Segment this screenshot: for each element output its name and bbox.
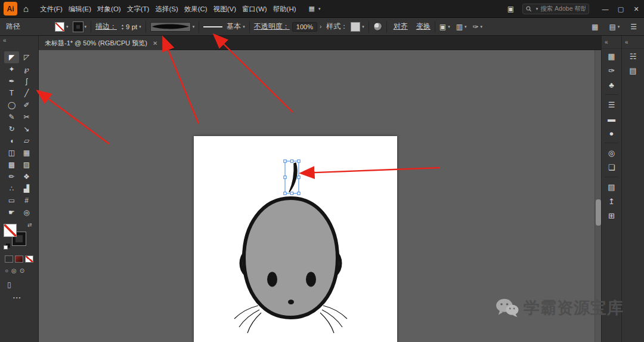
width-profile-label[interactable]: 基本 <box>227 21 241 32</box>
swap-fill-stroke-icon[interactable]: ⇄ <box>27 222 32 228</box>
scale-tool-button[interactable]: ↘ <box>19 123 34 135</box>
lasso-tool-button[interactable]: ℘ <box>19 63 34 75</box>
stroke-weight-value[interactable]: 9 pt <box>126 23 137 30</box>
mouse-head[interactable] <box>244 198 338 318</box>
gradient-panel-button[interactable]: ▬ <box>602 112 621 126</box>
blend-tool-button[interactable]: ❖ <box>19 171 34 183</box>
swatches-panel-button[interactable]: ▦ <box>602 49 621 63</box>
color-panel-button[interactable]: ● <box>602 126 621 140</box>
libraries-panel-button[interactable]: ▤ <box>622 63 644 78</box>
eyedropper-tool-button[interactable]: ✏ <box>4 171 19 183</box>
selection-handles[interactable] <box>284 160 300 195</box>
dock-expand-icon[interactable]: « <box>605 39 608 45</box>
maximize-button[interactable]: ▢ <box>613 0 628 18</box>
draw-behind-icon[interactable]: ◎ <box>11 267 17 274</box>
menu-select[interactable]: 选择(S) <box>152 0 181 18</box>
selection-bounding-box[interactable] <box>284 160 300 195</box>
fill-color-swatch[interactable] <box>55 22 64 32</box>
menu-object[interactable]: 对象(O) <box>94 0 124 18</box>
direct-selection-tool-button[interactable]: ◸ <box>19 51 34 63</box>
align-panel-link[interactable]: 对齐 <box>394 21 408 32</box>
brush-options-button[interactable]: ✑▾ <box>473 23 483 31</box>
selection-tool-button[interactable]: ◤ <box>4 51 19 63</box>
perspective-grid-tool-button[interactable]: ▦ <box>19 147 34 159</box>
ellipse-tool-button[interactable]: ◯ <box>4 99 19 111</box>
tab-close-icon[interactable]: ✕ <box>153 40 157 47</box>
symbol-sprayer-tool-button[interactable]: ∴ <box>4 183 19 195</box>
menu-type[interactable]: 文字(T) <box>124 0 153 18</box>
menu-effect[interactable]: 效果(C) <box>181 0 210 18</box>
artboard-tool-button[interactable]: ▭ <box>4 195 19 207</box>
links-panel-button[interactable]: ❏ <box>602 160 621 174</box>
menu-view[interactable]: 视图(V) <box>210 0 239 18</box>
pencil-tool-button[interactable]: ✎ <box>4 111 19 123</box>
stroke-weight-stepper[interactable]: ▴ ▾ <box>122 23 123 30</box>
hand-tool-button[interactable]: ☛ <box>4 207 19 218</box>
menu-file[interactable]: 文件(F) <box>37 0 66 18</box>
default-fill-stroke-icon[interactable] <box>4 244 11 250</box>
document-tab[interactable]: 未标题-1* @ 50% (RGB/CPU 预览) ✕ <box>39 36 164 50</box>
profile-chevron-icon[interactable]: ▾ <box>243 24 245 29</box>
menu-help[interactable]: 帮助(H) <box>270 0 299 18</box>
mouse-tail-shape[interactable] <box>289 163 297 192</box>
mouse-drawing[interactable] <box>194 136 397 342</box>
rotate-tool-button[interactable]: ↻ <box>4 123 19 135</box>
toolbar-collapse-icon[interactable]: « <box>3 37 7 44</box>
curvature-tool-button[interactable]: ʃ <box>19 75 34 87</box>
document-layout-button[interactable]: ▤▾ <box>609 23 620 31</box>
arrange-documents-icon[interactable]: ▦ <box>592 23 598 31</box>
stepper-down-icon[interactable]: ▾ <box>122 27 123 30</box>
mouse-eye-right[interactable] <box>306 272 316 287</box>
artboards-panel-button[interactable]: ⊞ <box>602 208 621 223</box>
slice-tool-button[interactable]: # <box>19 195 34 207</box>
opacity-expand-icon[interactable]: › <box>320 23 321 30</box>
app-logo-icon[interactable]: Ai <box>4 2 17 16</box>
brushes-panel-button[interactable]: ✑ <box>602 63 621 78</box>
mouse-eye-left[interactable] <box>267 272 277 287</box>
stroke-panel-link[interactable]: 描边： <box>95 21 117 32</box>
fill-indicator[interactable] <box>4 224 17 237</box>
type-tool-button[interactable]: T <box>4 87 19 99</box>
pen-tool-button[interactable]: ✒ <box>4 75 19 87</box>
recolor-artwork-icon[interactable] <box>373 22 382 31</box>
search-box[interactable]: ▾ 搜索 Adobe 帮助 <box>522 4 589 14</box>
mesh-tool-button[interactable]: ▩ <box>4 159 19 171</box>
width-tool-button[interactable]: ◖ <box>4 135 19 147</box>
none-button[interactable] <box>25 255 33 263</box>
stroke-panel-button[interactable]: ☰ <box>602 97 621 112</box>
style-chevron-icon[interactable]: ▾ <box>362 24 364 29</box>
properties-panel-button[interactable]: ☵ <box>622 49 644 63</box>
draw-inside-icon[interactable]: ⊙ <box>20 267 24 274</box>
draw-normal-icon[interactable]: ○ <box>5 267 8 274</box>
brush-definition-dropdown[interactable] <box>150 22 191 32</box>
line-segment-tool-button[interactable]: ╱ <box>19 87 34 99</box>
minimize-button[interactable]: — <box>597 0 613 18</box>
column-graph-tool-button[interactable]: ▟ <box>19 183 34 195</box>
gradient-tool-button[interactable]: ▨ <box>19 159 34 171</box>
stroke-color-swatch[interactable] <box>73 22 83 32</box>
workspace-switcher[interactable]: ▦ ▾ <box>309 5 321 13</box>
paintbrush-tool-button[interactable]: ✐ <box>19 99 34 111</box>
brush-chevron-icon[interactable]: ▾ <box>193 24 195 29</box>
opacity-value-field[interactable]: 100% <box>292 22 317 32</box>
zoom-tool-button[interactable]: ◎ <box>19 207 34 218</box>
menu-window[interactable]: 窗口(W) <box>239 0 270 18</box>
stroke-weight-chevron-icon[interactable]: ▾ <box>139 24 141 29</box>
screen-mode-icon[interactable]: ▯ <box>7 281 11 289</box>
layers-panel-button[interactable]: ▤ <box>602 180 621 194</box>
mouse-nose[interactable] <box>288 300 294 304</box>
scrollbar-thumb[interactable] <box>596 199 601 226</box>
panel-menu-icon[interactable]: ☰ <box>630 23 637 31</box>
gradient-button[interactable] <box>15 255 23 263</box>
close-button[interactable]: ✕ <box>628 0 644 18</box>
scissors-tool-button[interactable]: ✂ <box>19 111 34 123</box>
dock-expand-icon[interactable]: « <box>625 39 628 45</box>
magic-wand-tool-button[interactable]: ✦ <box>4 63 19 75</box>
symbols-panel-button[interactable]: ♣ <box>602 78 621 92</box>
asset-export-panel-button[interactable]: ↥ <box>602 194 621 208</box>
edit-toolbar-icon[interactable]: ••• <box>13 295 21 300</box>
artboard[interactable] <box>194 136 397 342</box>
menu-edit[interactable]: 编辑(E) <box>66 0 94 18</box>
graphic-style-swatch[interactable] <box>351 22 360 32</box>
appearance-panel-button[interactable]: ◎ <box>602 146 621 160</box>
